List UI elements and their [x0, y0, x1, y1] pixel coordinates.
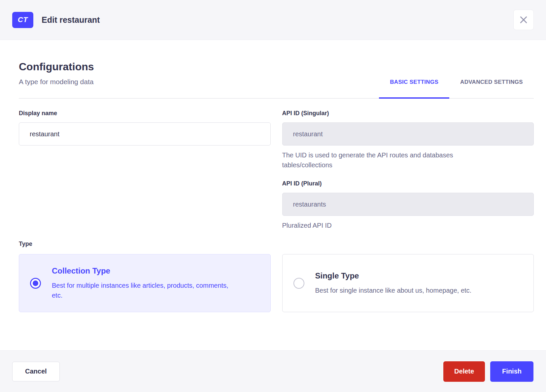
api-id-plural-hint: Pluralized API ID — [282, 220, 494, 230]
type-options: Collection Type Best for multiple instan… — [19, 254, 534, 312]
page-title: Configurations — [19, 60, 94, 73]
edit-content-type-modal: CT Edit restaurant Configurations A type… — [0, 0, 546, 392]
page-subtitle: A type for modeling data — [19, 78, 94, 86]
form-column-left: Display name — [19, 110, 271, 230]
collection-type-title: Collection Type — [52, 266, 237, 276]
configurations-header-row: Configurations A type for modeling data … — [19, 40, 534, 99]
finish-button[interactable]: Finish — [490, 361, 533, 382]
display-name-field-group: Display name — [19, 110, 271, 146]
api-id-plural-input — [282, 193, 534, 216]
api-id-singular-hint: The UID is used to generate the API rout… — [282, 150, 494, 170]
modal-title: Edit restaurant — [42, 15, 100, 25]
footer-actions: Delete Finish — [443, 361, 533, 382]
collection-type-description: Best for multiple instances like article… — [52, 280, 237, 300]
type-label: Type — [19, 240, 534, 247]
display-name-label: Display name — [19, 110, 271, 117]
single-type-description: Best for single instance like about us, … — [315, 285, 472, 295]
modal-body: Configurations A type for modeling data … — [0, 40, 546, 350]
configurations-heading: Configurations A type for modeling data — [19, 60, 94, 98]
api-id-plural-label: API ID (Plural) — [282, 180, 534, 187]
tab-basic-settings[interactable]: BASIC SETTINGS — [379, 79, 449, 98]
single-type-title: Single Type — [315, 271, 472, 281]
modal-header: CT Edit restaurant — [0, 0, 546, 40]
collection-type-radio-icon — [30, 278, 41, 289]
single-type-option[interactable]: Single Type Best for single instance lik… — [282, 254, 534, 312]
cancel-button[interactable]: Cancel — [12, 362, 60, 381]
collection-type-option[interactable]: Collection Type Best for multiple instan… — [19, 254, 271, 312]
tab-advanced-settings[interactable]: ADVANCED SETTINGS — [449, 79, 534, 98]
close-button[interactable] — [513, 10, 534, 30]
single-type-radio-icon — [293, 278, 304, 289]
delete-button[interactable]: Delete — [443, 361, 485, 382]
form-column-right: API ID (Singular) The UID is used to gen… — [282, 110, 534, 230]
settings-tabs: BASIC SETTINGS ADVANCED SETTINGS — [379, 79, 534, 98]
api-id-singular-field-group: API ID (Singular) The UID is used to gen… — [282, 110, 534, 170]
api-id-plural-field-group: API ID (Plural) Pluralized API ID — [282, 180, 534, 230]
api-id-singular-input — [282, 122, 534, 146]
modal-footer: Cancel Delete Finish — [0, 350, 546, 392]
content-type-badge: CT — [12, 12, 33, 28]
close-icon — [519, 16, 528, 24]
type-section: Type Collection Type Best for multiple i… — [19, 240, 534, 312]
api-id-singular-label: API ID (Singular) — [282, 110, 534, 117]
configuration-form: Display name API ID (Singular) The UID i… — [19, 110, 534, 230]
display-name-input[interactable] — [19, 122, 271, 146]
